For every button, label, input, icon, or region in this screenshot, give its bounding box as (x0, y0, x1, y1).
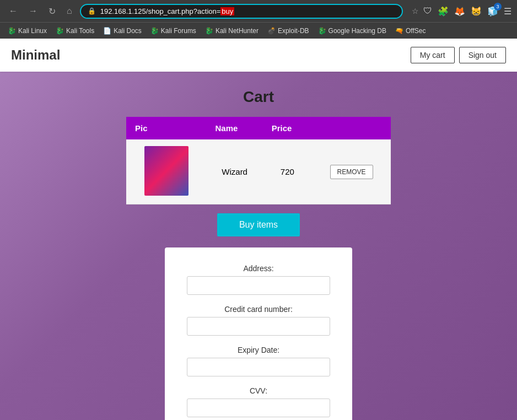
sign-out-button[interactable]: Sign out (459, 47, 506, 63)
bookmark-kali-linux[interactable]: 🐉 Kali Linux (4, 26, 50, 36)
back-button[interactable]: ← (6, 4, 21, 18)
menu-icon[interactable]: ☰ (504, 6, 511, 17)
product-name-cell: Wizard (207, 139, 263, 204)
product-pic-cell (126, 139, 207, 204)
cc-input[interactable] (187, 317, 330, 336)
bookmark-kali-tools[interactable]: 🐉 Kali Tools (52, 26, 98, 36)
address-bar[interactable]: 🔒 192.168.1.125/shop_cart.php?action=buy (80, 4, 403, 19)
product-image (144, 146, 189, 196)
col-header-action (312, 117, 391, 139)
cvv-label: CVV: (187, 386, 330, 395)
product-price-cell: 720 (263, 139, 312, 204)
cvv-input[interactable] (187, 399, 330, 417)
cc-label: Credit card number: (187, 305, 330, 314)
buy-items-button[interactable]: Buy items (217, 213, 300, 236)
extensions-icon[interactable]: 🧩 (438, 6, 449, 17)
address-input[interactable] (187, 276, 330, 295)
notifications-icon[interactable]: 🧊 3 (487, 6, 498, 17)
kali-docs-icon: 📄 (103, 27, 111, 35)
navbar-buttons: My cart Sign out (411, 47, 506, 63)
bookmark-kali-nethunter[interactable]: 🐉 Kali NetHunter (202, 26, 262, 36)
my-cart-button[interactable]: My cart (411, 47, 455, 63)
bookmark-exploit-db[interactable]: 💣 Exploit-DB (264, 26, 313, 36)
cart-table: Pic Name Price Wizard 720 REMOVE (126, 117, 391, 204)
col-header-price: Price (263, 117, 312, 139)
home-button[interactable]: ⌂ (63, 4, 76, 18)
address-highlight: buy (220, 7, 234, 15)
remove-button[interactable]: REMOVE (330, 165, 373, 179)
cc-group: Credit card number: (187, 305, 330, 336)
address-text: 192.168.1.125/shop_cart.php?action=buy (100, 7, 395, 15)
col-header-pic: Pic (126, 117, 207, 139)
product-action-cell: REMOVE (312, 139, 391, 204)
google-hacking-icon: 🐉 (318, 27, 326, 35)
kali-forums-icon: 🐉 (150, 27, 159, 35)
profile-icon[interactable]: 😸 (471, 6, 482, 17)
bookmark-kali-docs[interactable]: 📄 Kali Docs (100, 26, 145, 36)
table-row: Wizard 720 REMOVE (126, 139, 391, 204)
offsec-icon: 🔫 (395, 27, 403, 35)
bookmark-offsec[interactable]: 🔫 OffSec (392, 26, 429, 36)
kali-tools-icon: 🐉 (56, 27, 64, 35)
badge-count: 3 (494, 3, 502, 10)
forward-button[interactable]: → (25, 4, 41, 18)
main-content: Cart Pic Name Price Wizard 720 (0, 72, 517, 420)
bookmark-google-hacking-db[interactable]: 🐉 Google Hacking DB (315, 26, 390, 36)
cart-title: Cart (243, 88, 274, 106)
expiry-group: Expiry Date: (187, 346, 330, 376)
exploit-db-icon: 💣 (267, 27, 276, 35)
firefox-icon[interactable]: 🦊 (454, 6, 465, 17)
shield-icon[interactable]: 🛡 (423, 6, 432, 16)
navbar: Minimal My cart Sign out (0, 39, 517, 72)
kali-nethunter-icon: 🐉 (205, 27, 213, 35)
site-brand: Minimal (11, 47, 60, 63)
expiry-input[interactable] (187, 358, 330, 376)
bookmarks-bar: 🐉 Kali Linux 🐉 Kali Tools 📄 Kali Docs 🐉 … (0, 22, 517, 39)
col-header-name: Name (207, 117, 263, 139)
address-group: Address: (187, 264, 330, 295)
browser-chrome: ← → ↻ ⌂ 🔒 192.168.1.125/shop_cart.php?ac… (0, 0, 517, 39)
bookmark-kali-forums[interactable]: 🐉 Kali Forums (147, 26, 200, 36)
expiry-label: Expiry Date: (187, 346, 330, 354)
kali-linux-icon: 🐉 (8, 27, 16, 35)
reload-button[interactable]: ↻ (45, 4, 59, 19)
page-content: Minimal My cart Sign out Cart Pic Name P… (0, 39, 517, 420)
bookmark-star-icon[interactable]: ☆ (412, 7, 419, 15)
lock-icon: 🔒 (88, 7, 96, 15)
checkout-form: Address: Credit card number: Expiry Date… (165, 247, 352, 420)
address-label: Address: (187, 264, 330, 273)
browser-icons: 🛡 🧩 🦊 😸 🧊 3 ☰ (423, 6, 511, 17)
cvv-group: CVV: (187, 386, 330, 417)
browser-titlebar: ← → ↻ ⌂ 🔒 192.168.1.125/shop_cart.php?ac… (0, 0, 517, 22)
